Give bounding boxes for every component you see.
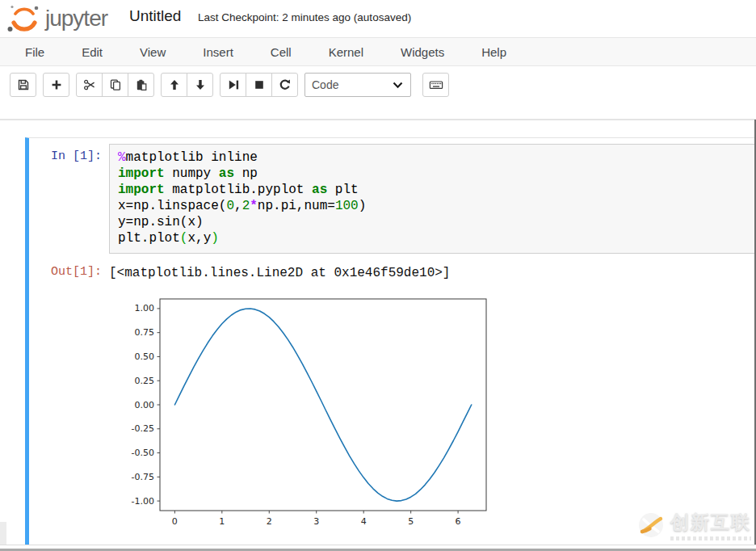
copy-cells-button[interactable] bbox=[102, 73, 128, 97]
output-prompt: Out[1]: bbox=[29, 260, 109, 281]
save-notebook-button[interactable] bbox=[10, 73, 36, 97]
svg-text:-1.00: -1.00 bbox=[132, 496, 154, 507]
svg-text:6: 6 bbox=[456, 516, 461, 527]
code-line: import numpy as np bbox=[118, 166, 751, 182]
page-corner-background bbox=[0, 522, 6, 545]
open-command-palette-button[interactable] bbox=[422, 73, 449, 97]
watermark-text: 创新互联 bbox=[670, 510, 751, 535]
cell-output-row: Out[1]: [<matplotlib.lines.Line2D at 0x1… bbox=[29, 260, 755, 281]
code-cell-selected[interactable]: In [1]: %matplotlib inlineimport numpy a… bbox=[25, 137, 756, 545]
move-cell-up-button[interactable] bbox=[161, 73, 187, 97]
svg-text:0.75: 0.75 bbox=[135, 327, 155, 338]
jupyter-notebook-window: jupyter Untitled Last Checkpoint: 2 minu… bbox=[0, 0, 756, 551]
window-bottom-edge bbox=[0, 545, 756, 551]
menu-help[interactable]: Help bbox=[463, 39, 525, 65]
save-icon bbox=[17, 78, 30, 91]
menu-file[interactable]: File bbox=[6, 39, 63, 65]
jupyter-logo[interactable]: jupyter bbox=[6, 3, 107, 36]
cell-input-row: In [1]: %matplotlib inlineimport numpy a… bbox=[29, 144, 755, 254]
cut-icon bbox=[83, 78, 96, 91]
notebook-title[interactable]: Untitled bbox=[129, 7, 181, 25]
cell-type-select[interactable]: Code bbox=[304, 73, 411, 97]
keyboard-icon bbox=[429, 78, 443, 91]
svg-text:-0.50: -0.50 bbox=[132, 448, 154, 458]
menu-view[interactable]: View bbox=[121, 39, 184, 65]
restart-kernel-button[interactable] bbox=[271, 73, 298, 97]
header: jupyter Untitled Last Checkpoint: 2 minu… bbox=[0, 0, 756, 37]
plot-output-area: 0123456-1.00-0.75-0.50-0.250.000.250.500… bbox=[121, 292, 755, 533]
code-editor[interactable]: %matplotlib inlineimport numpy as npimpo… bbox=[109, 144, 755, 254]
run-cell-button[interactable] bbox=[220, 73, 246, 97]
svg-text:1.00: 1.00 bbox=[135, 303, 155, 313]
jupyter-logo-text: jupyter bbox=[45, 3, 107, 34]
code-line: x=np.linspace(0,2*np.pi,num=100) bbox=[118, 198, 751, 214]
svg-text:-0.75: -0.75 bbox=[132, 472, 154, 482]
svg-text:-0.25: -0.25 bbox=[132, 423, 154, 434]
code-line: plt.plot(x,y) bbox=[118, 230, 751, 246]
arrow-down-icon bbox=[194, 78, 207, 91]
svg-text:0.25: 0.25 bbox=[135, 376, 155, 386]
menu-edit[interactable]: Edit bbox=[63, 39, 121, 65]
menu-cell[interactable]: Cell bbox=[252, 39, 310, 65]
watermark: 创新互联 bbox=[637, 510, 751, 540]
svg-text:0.50: 0.50 bbox=[135, 351, 155, 362]
output-repr-text: [<matplotlib.lines.Line2D at 0x1e46f59de… bbox=[109, 260, 450, 281]
interrupt-kernel-button[interactable] bbox=[246, 73, 272, 97]
restart-icon bbox=[279, 78, 292, 91]
code-line: y=np.sin(x) bbox=[118, 214, 751, 230]
menu-kernel[interactable]: Kernel bbox=[310, 39, 382, 65]
plus-icon bbox=[50, 78, 63, 91]
jupyter-logo-icon bbox=[6, 3, 42, 36]
code-line: import matplotlib.pyplot as plt bbox=[118, 182, 751, 198]
input-prompt: In [1]: bbox=[29, 144, 109, 254]
paste-cells-button[interactable] bbox=[128, 73, 154, 97]
svg-text:4: 4 bbox=[361, 516, 367, 527]
watermark-logo-icon bbox=[637, 511, 665, 539]
cut-cells-button[interactable] bbox=[76, 73, 103, 97]
svg-text:3: 3 bbox=[313, 516, 319, 527]
menu-insert[interactable]: Insert bbox=[184, 39, 252, 65]
arrow-up-icon bbox=[168, 78, 181, 91]
paste-icon bbox=[135, 78, 148, 91]
code-line: %matplotlib inline bbox=[118, 149, 751, 166]
menu-widgets[interactable]: Widgets bbox=[382, 39, 463, 65]
run-icon bbox=[227, 78, 240, 91]
stop-icon bbox=[253, 78, 266, 91]
notebook-container: In [1]: %matplotlib inlineimport numpy a… bbox=[0, 120, 756, 545]
svg-text:0.00: 0.00 bbox=[135, 400, 155, 410]
checkpoint-status: Last Checkpoint: 2 minutes ago (autosave… bbox=[198, 11, 411, 23]
insert-cell-below-button[interactable] bbox=[43, 73, 69, 97]
svg-text:0: 0 bbox=[172, 516, 178, 527]
cell-type-value: Code bbox=[312, 78, 338, 91]
copy-icon bbox=[109, 78, 122, 91]
svg-text:2: 2 bbox=[267, 516, 272, 527]
chevron-down-icon bbox=[393, 82, 403, 89]
menubar: FileEditViewInsertCellKernelWidgetsHelp bbox=[0, 37, 756, 66]
toolbar: Code bbox=[0, 66, 756, 102]
move-cell-down-button[interactable] bbox=[187, 73, 213, 97]
watermark-subtext-blur bbox=[670, 536, 751, 540]
svg-text:1: 1 bbox=[219, 516, 225, 527]
matplotlib-sine-plot: 0123456-1.00-0.75-0.50-0.250.000.250.500… bbox=[121, 292, 501, 533]
svg-text:5: 5 bbox=[408, 516, 414, 527]
